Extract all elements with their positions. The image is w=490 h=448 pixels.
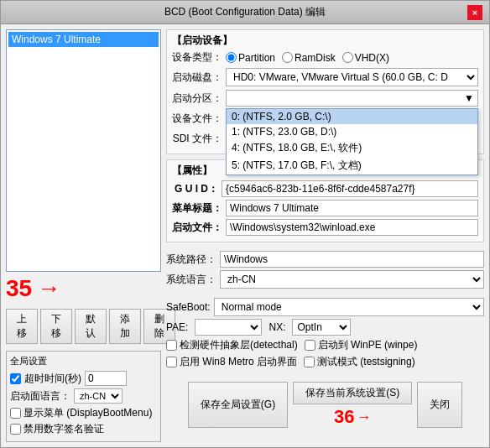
safeboot-select[interactable]: Normal mode: [214, 298, 484, 316]
boot-disk-row: 启动磁盘： HD0: VMware, VMware Virtual S (60.…: [172, 68, 478, 86]
partition-dropdown-trigger[interactable]: ▼: [226, 90, 478, 107]
testsigning-label: 测试模式 (testsigning): [317, 355, 415, 369]
sys-lang-select[interactable]: zh-CN: [220, 270, 484, 289]
winpe-checkbox[interactable]: [305, 340, 315, 351]
boot-file-label: 启动文件：: [172, 221, 222, 235]
device-type-label: 设备类型：: [172, 50, 222, 65]
menu-title-row: 菜单标题：: [172, 200, 478, 216]
metro-checkbox[interactable]: [166, 357, 177, 367]
sys-lang-row: 系统语言： zh-CN: [166, 270, 484, 289]
testsigning-checkbox[interactable]: [304, 357, 315, 367]
detecthal-checkbox[interactable]: [166, 340, 177, 351]
device-type-row: 设备类型： Partition RamDisk VHD(X): [172, 50, 478, 65]
global-settings-title: 全局设置: [10, 355, 157, 367]
guid-row: G U I D：: [172, 180, 478, 197]
sdi-file-label: SDI 文件：: [172, 132, 222, 146]
partition-dropdown-container: ▼ 0: (NTFS, 2.0 GB, C:\) 1: (NTFS, 23.0 …: [226, 90, 478, 107]
safeboot-row: SafeBoot: Normal mode: [166, 298, 484, 316]
timeout-input[interactable]: [85, 371, 127, 386]
default-button[interactable]: 默认: [75, 309, 107, 344]
close-button-footer[interactable]: 关闭: [417, 382, 462, 428]
left-panel: Windows 7 Ultimate 35 → 上移 下移 默认 添加 删除 全…: [6, 29, 161, 442]
vhd-option[interactable]: VHD(X): [342, 52, 389, 64]
winpe-check[interactable]: 启动到 WinPE (winpe): [305, 338, 418, 352]
list-buttons: 上移 下移 默认 添加 删除: [6, 309, 161, 344]
menu-title-input[interactable]: [226, 200, 478, 216]
global-settings-section: 全局设置 超时时间(秒) 启动面语言： zh-CN 显示菜单 (DisplayB…: [6, 351, 161, 442]
metro-label: 启用 Win8 Metro 启动界面: [180, 355, 297, 369]
show-menu-checkbox[interactable]: [10, 408, 21, 419]
lang-select[interactable]: zh-CN: [74, 388, 122, 404]
footer-buttons: 保存全局设置(G) 保存当前系统设置(S) 36 → 关闭: [166, 377, 484, 430]
startup-section-header: 【启动设备】: [172, 34, 478, 48]
pae-label: PAE:: [166, 321, 188, 333]
timeout-row: 超时时间(秒): [10, 371, 157, 386]
boot-list[interactable]: Windows 7 Ultimate: [6, 29, 161, 272]
metro-check[interactable]: 启用 Win8 Metro 启动界面: [166, 355, 297, 369]
boot-file-input[interactable]: [226, 219, 478, 236]
partition-radio[interactable]: [226, 52, 237, 63]
vhd-radio[interactable]: [342, 52, 353, 63]
disable-sign-label: 禁用数字签名验证: [23, 422, 104, 436]
timeout-checkbox[interactable]: [10, 373, 21, 384]
boot-file-row: 启动文件：: [172, 219, 478, 236]
window-title: BCD (Boot Configuration Data) 编辑: [23, 5, 467, 19]
pae-select[interactable]: [195, 319, 262, 336]
winpe-label: 启动到 WinPE (winpe): [318, 338, 418, 352]
save-global-button[interactable]: 保存全局设置(G): [188, 382, 288, 428]
timeout-label: 超时时间(秒): [24, 372, 81, 386]
disable-sign-row: 禁用数字签名验证: [10, 422, 157, 436]
lang-row: 启动面语言： zh-CN: [10, 388, 157, 404]
device-file-label: 设备文件：: [172, 112, 222, 126]
content-area: Windows 7 Ultimate 35 → 上移 下移 默认 添加 删除 全…: [1, 24, 489, 447]
testsigning-check[interactable]: 测试模式 (testsigning): [304, 355, 415, 369]
device-type-radio-group: Partition RamDisk VHD(X): [226, 52, 389, 64]
partition-option-3[interactable]: 5: (NTFS, 17.0 GB, F:\, 文档): [227, 157, 477, 175]
nx-select[interactable]: OptIn: [292, 319, 351, 336]
right-panel: 【启动设备】 设备类型： Partition RamDisk: [166, 29, 484, 442]
boot-disk-label: 启动磁盘：: [172, 70, 222, 85]
number-36: 36: [334, 406, 354, 428]
close-button[interactable]: ×: [467, 5, 482, 20]
boot-disk-select[interactable]: HD0: VMware, VMware Virtual S (60.0 GB, …: [226, 68, 478, 86]
safeboot-label: SafeBoot:: [166, 301, 211, 313]
path-section: 系统路径： 系统语言： zh-CN: [166, 249, 484, 293]
main-window: BCD (Boot Configuration Data) 编辑 × Windo…: [0, 0, 490, 448]
partition-dropdown-menu[interactable]: 0: (NTFS, 2.0 GB, C:\) 1: (NTFS, 23.0 GB…: [226, 108, 478, 175]
check-row-1: 检测硬件抽象层(detecthal) 启动到 WinPE (winpe): [166, 338, 484, 352]
detecthal-label: 检测硬件抽象层(detecthal): [180, 338, 298, 352]
boot-options-section: SafeBoot: Normal mode PAE: NX: OptIn: [166, 296, 484, 373]
lang-label: 启动面语言：: [10, 389, 70, 404]
sys-path-row: 系统路径：: [166, 251, 484, 268]
guid-label: G U I D：: [172, 182, 218, 196]
ramdisk-option[interactable]: RamDisk: [282, 52, 336, 64]
pae-nx-row: PAE: NX: OptIn: [166, 319, 484, 336]
sys-path-input[interactable]: [220, 251, 484, 268]
disable-sign-checkbox[interactable]: [10, 424, 21, 435]
show-menu-row: 显示菜单 (DisplayBootMenu): [10, 406, 157, 420]
partition-option[interactable]: Partition: [226, 52, 275, 64]
move-up-button[interactable]: 上移: [6, 309, 38, 344]
boot-partition-row: 启动分区： ▼ 0: (NTFS, 2.0 GB, C:\) 1: (NTFS,…: [172, 90, 478, 107]
partition-option-1[interactable]: 1: (NTFS, 23.0 GB, D:\): [227, 124, 477, 139]
partition-option-2[interactable]: 4: (NTFS, 18.0 GB, E:\, 软件): [227, 139, 477, 157]
add-button[interactable]: 添加: [109, 309, 141, 344]
boot-partition-label: 启动分区：: [172, 91, 222, 106]
sys-lang-label: 系统语言：: [166, 273, 216, 287]
guid-input[interactable]: [222, 180, 478, 197]
detecthal-check[interactable]: 检测硬件抽象层(detecthal): [166, 338, 298, 352]
ramdisk-radio[interactable]: [282, 52, 293, 63]
move-down-button[interactable]: 下移: [40, 309, 72, 344]
check-row-2: 启用 Win8 Metro 启动界面 测试模式 (testsigning): [166, 355, 484, 369]
show-menu-label: 显示菜单 (DisplayBootMenu): [23, 406, 152, 420]
menu-title-label: 菜单标题：: [172, 201, 222, 216]
partition-option-0[interactable]: 0: (NTFS, 2.0 GB, C:\): [227, 109, 477, 124]
sys-path-label: 系统路径：: [166, 253, 216, 267]
nx-label: NX:: [268, 321, 285, 333]
number-35: 35: [6, 275, 32, 302]
save-current-button[interactable]: 保存当前系统设置(S): [293, 382, 412, 404]
title-bar: BCD (Boot Configuration Data) 编辑 ×: [1, 1, 489, 24]
list-item[interactable]: Windows 7 Ultimate: [8, 32, 159, 47]
dropdown-arrow-icon: ▼: [464, 92, 474, 104]
